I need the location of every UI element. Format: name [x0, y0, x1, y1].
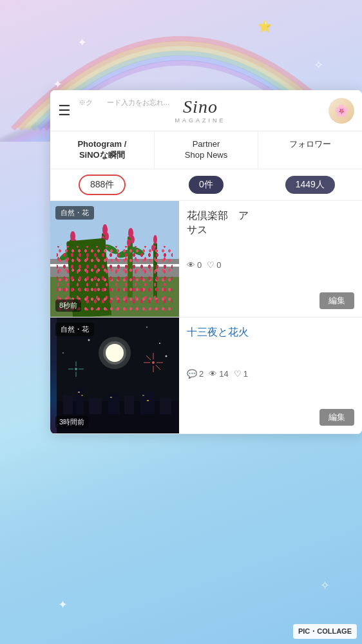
svg-rect-8: [153, 243, 157, 298]
post-1-stats: 👁 0 ♡ 0: [187, 260, 354, 270]
post-1-edit-button[interactable]: 編集: [319, 292, 354, 309]
sparkle-3: ⭐: [258, 19, 272, 33]
post-item-1: 自然・花 8秒前 花倶楽部 ア サス 👁 0 ♡ 0 編集: [50, 201, 362, 317]
svg-rect-49: [63, 395, 73, 414]
post-2-views: 👁 14: [209, 369, 228, 379]
svg-point-36: [152, 361, 155, 364]
app-header: ☰ ※ク ード入力をお忘れ... Sino MAGAZINE 🌸: [50, 90, 362, 131]
eye-icon-2: 👁: [209, 369, 217, 379]
post-1-time: 8秒前: [55, 299, 81, 312]
count-followers: 1449人: [258, 169, 362, 200]
svg-point-13: [101, 236, 105, 243]
post-thumb-2[interactable]: 自然・花 3時間前: [50, 317, 179, 433]
heart-icon-2: ♡: [234, 369, 242, 379]
svg-point-19: [151, 245, 155, 251]
svg-point-30: [159, 343, 160, 344]
photos-badge[interactable]: 888件: [79, 175, 126, 195]
pic-collage-badge: PIC・COLLAGE: [293, 624, 357, 639]
post-1-likes: ♡ 0: [207, 260, 221, 270]
sparkle-1: ✦: [77, 35, 87, 50]
eye-icon: 👁: [187, 260, 195, 270]
sparkle-2: ✧: [314, 58, 323, 72]
svg-point-43: [75, 368, 77, 370]
hamburger-button[interactable]: ☰: [58, 102, 71, 119]
avatar[interactable]: 🌸: [329, 98, 354, 124]
svg-point-10: [69, 242, 73, 250]
svg-point-35: [106, 344, 124, 362]
post-1-views: 👁 0: [187, 260, 202, 270]
tab-follower[interactable]: フォロワー: [258, 131, 362, 169]
svg-rect-60: [147, 400, 149, 401]
post-2-time: 3時間前: [55, 416, 88, 428]
svg-rect-6: [102, 233, 106, 298]
svg-point-28: [88, 339, 90, 341]
svg-point-29: [146, 327, 148, 328]
logo-subtitle: MAGAZINE: [175, 117, 225, 124]
svg-rect-5: [70, 240, 75, 298]
main-card: ☰ ※ク ード入力をお忘れ... Sino MAGAZINE 🌸 Photogr…: [50, 90, 362, 434]
svg-rect-57: [81, 395, 83, 396]
svg-point-16: [127, 239, 131, 247]
svg-point-31: [62, 352, 64, 354]
svg-point-18: [153, 235, 157, 244]
svg-point-22: [90, 246, 107, 258]
post-2-stats: 💬 2 👁 14 ♡ 1: [187, 369, 354, 379]
post-2-comments: 💬 2: [187, 369, 204, 379]
svg-rect-56: [78, 392, 80, 393]
post-2-title: 十三夜と花火: [187, 325, 354, 339]
svg-rect-55: [160, 398, 171, 414]
svg-point-14: [105, 232, 109, 240]
tab-partner-shop[interactable]: Partner Shop News: [155, 131, 259, 169]
count-photos: 888件: [50, 169, 154, 200]
count-bar: 888件 0件 1449人: [50, 169, 362, 201]
svg-point-32: [166, 355, 167, 357]
post-1-tag: 自然・花: [55, 206, 94, 220]
svg-point-17: [131, 236, 135, 243]
heart-icon: ♡: [207, 260, 214, 270]
logo-area: ※ク ード入力をお忘れ... Sino MAGAZINE: [79, 98, 322, 124]
svg-point-20: [58, 249, 75, 262]
tab-photogram[interactable]: Photogram / SiNOな瞬間: [50, 131, 155, 169]
post-1-info: 花倶楽部 ア サス 👁 0 ♡ 0 編集: [179, 201, 362, 317]
svg-rect-2: [50, 259, 179, 278]
svg-point-24: [116, 248, 133, 260]
svg-point-11: [73, 239, 77, 247]
post-1-title: 花倶楽部 ア サス: [187, 209, 354, 238]
search-hint-text: ※ク ード入力をお忘れ...: [79, 98, 169, 108]
svg-rect-51: [89, 398, 102, 414]
shop-badge[interactable]: 0件: [189, 176, 224, 194]
post-2-tag: 自然・花: [55, 323, 94, 336]
sparkle-4: ✦: [58, 598, 68, 612]
comment-icon: 💬: [187, 369, 197, 379]
svg-point-21: [71, 246, 88, 258]
tab-bar: Photogram / SiNOな瞬間 Partner Shop News フォ…: [50, 131, 362, 169]
svg-rect-59: [142, 395, 144, 396]
count-shop: 0件: [154, 169, 258, 200]
followers-badge[interactable]: 1449人: [285, 176, 335, 194]
sparkle-6: ✦: [53, 77, 62, 91]
svg-rect-4: [50, 264, 179, 267]
svg-rect-52: [108, 393, 120, 414]
sparkle-5: ✧: [320, 578, 330, 592]
svg-rect-53: [124, 396, 134, 414]
post-thumb-1[interactable]: 自然・花 8秒前: [50, 201, 179, 317]
post-2-edit-button[interactable]: 編集: [319, 409, 354, 426]
svg-rect-58: [110, 397, 112, 398]
svg-point-25: [129, 245, 146, 257]
logo-text: Sino: [183, 98, 218, 116]
post-item-2: 自然・花 3時間前 十三夜と花火 💬 2 👁 14 ♡ 1 編集: [50, 317, 362, 434]
post-2-info: 十三夜と花火 💬 2 👁 14 ♡ 1 編集: [179, 317, 362, 433]
svg-rect-7: [128, 236, 133, 298]
post-2-likes: ♡ 1: [234, 369, 248, 379]
